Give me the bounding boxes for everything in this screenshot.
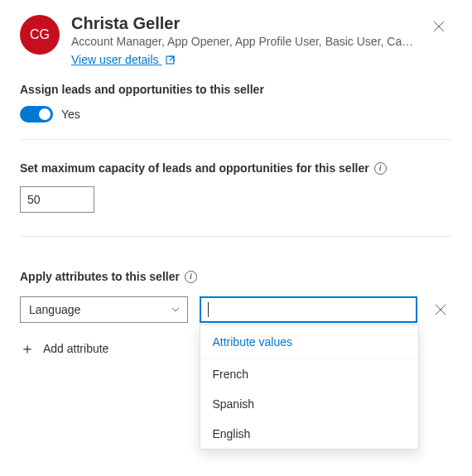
dropdown-option[interactable]: English (200, 419, 418, 449)
attribute-value-dropdown: Attribute values French Spanish English (200, 325, 419, 450)
capacity-input[interactable] (20, 186, 94, 213)
close-icon (433, 21, 445, 32)
plus-icon: ＋ (20, 341, 35, 356)
dropdown-option[interactable]: Spanish (200, 389, 418, 419)
dropdown-option[interactable]: French (200, 359, 418, 389)
view-user-details-label: View user details (71, 53, 159, 66)
attribute-key-select[interactable]: Language (20, 296, 188, 323)
dropdown-header: Attribute values (200, 325, 418, 359)
avatar: CG (20, 15, 60, 55)
attributes-label: Apply attributes to this seller (20, 270, 180, 283)
chevron-down-icon (171, 305, 181, 315)
attribute-value-input[interactable] (200, 296, 417, 323)
capacity-label: Set maximum capacity of leads and opport… (20, 161, 369, 175)
open-new-window-icon (165, 55, 176, 65)
view-user-details-link[interactable]: View user details (71, 53, 176, 66)
divider (20, 236, 452, 237)
close-icon (435, 304, 446, 315)
assign-toggle[interactable] (20, 106, 53, 123)
clear-attribute-button[interactable] (429, 298, 452, 321)
add-attribute-label: Add attribute (43, 342, 108, 355)
add-attribute-button[interactable]: ＋ Add attribute (20, 341, 108, 356)
user-roles: Account Manager, App Opener, App Profile… (71, 35, 414, 48)
close-button[interactable] (426, 13, 452, 40)
assign-label: Assign leads and opportunities to this s… (20, 83, 452, 96)
text-cursor (208, 302, 209, 317)
page-title: Christa Geller (71, 13, 414, 33)
divider (20, 139, 452, 140)
attribute-key-value: Language (29, 303, 80, 316)
assign-toggle-text: Yes (61, 108, 80, 121)
info-icon[interactable]: i (185, 271, 197, 283)
info-icon[interactable]: i (374, 162, 387, 175)
